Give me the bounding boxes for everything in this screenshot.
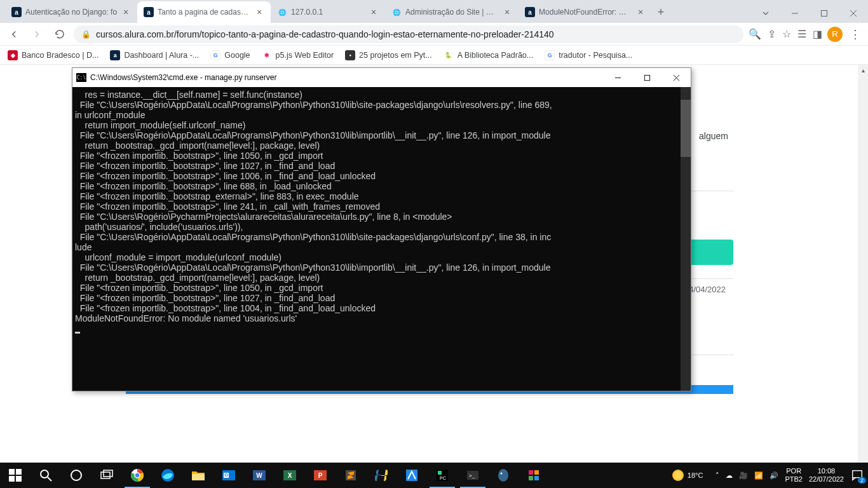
toolbar-actions: 🔍 ⇪ ☆ ☰ ◨ bbox=[749, 28, 822, 40]
onedrive-icon[interactable]: ☁ bbox=[726, 471, 733, 480]
tab-1[interactable]: a Tanto a pagina de cadastro q × bbox=[137, 1, 271, 23]
svg-text:P: P bbox=[318, 472, 323, 479]
svg-point-34 bbox=[498, 469, 508, 482]
chevron-up-icon[interactable]: ˄ bbox=[715, 471, 719, 480]
reload-button[interactable] bbox=[51, 25, 69, 43]
excel-icon[interactable]: X bbox=[275, 463, 305, 488]
bookmark-python-docs[interactable]: 🐍A Biblioteca Padrão... bbox=[444, 50, 534, 60]
svg-rect-11 bbox=[101, 472, 110, 478]
close-icon[interactable]: × bbox=[254, 7, 264, 17]
app-icon-2[interactable] bbox=[519, 463, 549, 488]
close-icon[interactable]: × bbox=[121, 7, 131, 17]
clock[interactable]: 10:08 22/07/2022 bbox=[809, 467, 844, 484]
outlook-icon[interactable]: O bbox=[214, 463, 244, 488]
cmd-scroll-thumb[interactable] bbox=[681, 100, 691, 157]
date-text: 22/07/2022 bbox=[809, 475, 844, 484]
scroll-up-icon[interactable]: ▴ bbox=[858, 65, 868, 75]
start-button[interactable] bbox=[0, 463, 31, 488]
svg-text:W: W bbox=[256, 472, 262, 479]
tab-0[interactable]: a Autenticação no Django: fo × bbox=[5, 1, 137, 23]
cmd-titlebar[interactable]: C:\ C:\Windows\System32\cmd.exe - manage… bbox=[72, 68, 691, 87]
maximize-icon[interactable] bbox=[632, 68, 661, 87]
svg-rect-12 bbox=[104, 470, 112, 477]
svg-line-9 bbox=[48, 477, 51, 481]
tab-title: ModuleNotFoundError: No m bbox=[539, 8, 632, 17]
maximize-icon[interactable] bbox=[810, 4, 839, 23]
close-icon[interactable] bbox=[839, 4, 868, 23]
cortana-button[interactable] bbox=[61, 463, 92, 488]
edge-taskbar-icon[interactable] bbox=[153, 463, 183, 488]
svg-text:PC: PC bbox=[440, 476, 446, 480]
powerpoint-icon[interactable]: P bbox=[305, 463, 336, 488]
tab-title: 127.0.0.1 bbox=[291, 8, 365, 17]
address-bar[interactable]: 🔒 cursos.alura.com.br/forum/topico-tanto… bbox=[74, 25, 743, 43]
minimize-icon[interactable] bbox=[603, 68, 632, 87]
cmd-title-text: C:\Windows\System32\cmd.exe - manage.py … bbox=[90, 73, 603, 82]
wifi-icon[interactable]: 📶 bbox=[754, 471, 763, 480]
zoom-icon[interactable]: 🔍 bbox=[749, 28, 761, 40]
bookmark-label: tradutor - Pesquisa... bbox=[559, 51, 632, 60]
svg-rect-36 bbox=[529, 470, 533, 475]
bookmark-label: 25 projetos em Pyt... bbox=[359, 51, 432, 60]
language-indicator[interactable]: POR PTB2 bbox=[785, 467, 803, 484]
tab-strip: a Autenticação no Django: fo × a Tanto a… bbox=[0, 1, 751, 23]
notification-center-icon[interactable]: 2 bbox=[850, 468, 864, 482]
side-panel-icon[interactable]: ◨ bbox=[813, 28, 822, 40]
python-icon[interactable] bbox=[366, 463, 397, 488]
bookmark-alura[interactable]: aDashboard | Alura -... bbox=[110, 50, 199, 60]
pycharm-icon[interactable]: PC bbox=[427, 463, 458, 488]
tab-2[interactable]: 🌐 127.0.0.1 × bbox=[271, 1, 385, 23]
close-icon[interactable]: × bbox=[369, 7, 379, 17]
bookmark-projects[interactable]: ▪25 projetos em Pyt... bbox=[345, 50, 432, 60]
svg-rect-4 bbox=[9, 469, 15, 475]
menu-icon[interactable]: ⋮ bbox=[848, 27, 863, 41]
svg-point-10 bbox=[71, 470, 81, 480]
sublime-icon[interactable] bbox=[336, 463, 366, 488]
cmd-output[interactable]: res = instance.__dict__[self.name] = sel… bbox=[72, 87, 691, 391]
svg-rect-6 bbox=[9, 476, 15, 482]
tab-4[interactable]: a ModuleNotFoundError: No m × bbox=[519, 1, 652, 23]
star-icon[interactable]: ☆ bbox=[782, 28, 791, 40]
close-icon[interactable]: × bbox=[635, 7, 646, 17]
tab-3[interactable]: 🌐 Administração do Site | Site d × bbox=[385, 1, 519, 23]
close-icon[interactable]: × bbox=[502, 7, 512, 17]
minimize-icon[interactable] bbox=[780, 4, 810, 23]
bookmark-label: Google bbox=[224, 51, 250, 60]
bookmark-p5js[interactable]: ✱p5.js Web Editor bbox=[262, 50, 334, 60]
new-tab-button[interactable]: + bbox=[652, 1, 670, 23]
cmd-window-controls bbox=[603, 68, 691, 87]
system-tray: 18°C ˄ ☁ 🎥 📶 🔊 POR PTB2 10:08 22/07/2022… bbox=[672, 467, 868, 484]
reading-list-icon[interactable]: ☰ bbox=[797, 28, 806, 40]
svg-point-35 bbox=[501, 473, 503, 475]
bookmark-bradesco[interactable]: ◆Banco Bradesco | D... bbox=[8, 50, 98, 60]
cmd-taskbar-icon[interactable]: >_ bbox=[458, 463, 488, 488]
back-button[interactable] bbox=[5, 25, 23, 43]
tab-favicon: a bbox=[11, 7, 22, 17]
volume-icon[interactable]: 🔊 bbox=[770, 471, 778, 480]
word-icon[interactable]: W bbox=[244, 463, 275, 488]
cmd-window[interactable]: C:\ C:\Windows\System32\cmd.exe - manage… bbox=[72, 67, 691, 391]
search-button[interactable] bbox=[31, 463, 61, 488]
close-icon[interactable] bbox=[661, 68, 691, 87]
chrome-taskbar-icon[interactable] bbox=[122, 463, 153, 488]
bookmark-label: Dashboard | Alura -... bbox=[124, 51, 199, 60]
page-scrollbar[interactable]: ▴ bbox=[858, 65, 868, 463]
svg-rect-37 bbox=[534, 470, 539, 475]
profile-avatar[interactable]: R bbox=[827, 27, 843, 42]
bookmark-translator[interactable]: Gtradutor - Pesquisa... bbox=[545, 50, 632, 60]
share-icon[interactable]: ⇪ bbox=[768, 28, 776, 40]
bookmark-google[interactable]: GGoogle bbox=[210, 50, 250, 60]
svg-rect-39 bbox=[534, 476, 539, 480]
tab-favicon: a bbox=[144, 7, 154, 17]
file-explorer-icon[interactable] bbox=[183, 463, 214, 488]
chevron-down-icon[interactable] bbox=[751, 4, 780, 23]
svg-rect-1 bbox=[822, 11, 827, 17]
task-view-button[interactable] bbox=[92, 463, 122, 488]
weather-widget[interactable]: 18°C bbox=[672, 470, 703, 481]
postgres-icon[interactable] bbox=[488, 463, 519, 488]
forward-button[interactable] bbox=[28, 25, 46, 43]
meet-now-icon[interactable]: 🎥 bbox=[739, 471, 748, 480]
bookmark-label: Banco Bradesco | D... bbox=[22, 51, 98, 60]
app-icon-1[interactable] bbox=[397, 463, 427, 488]
svg-point-8 bbox=[41, 470, 48, 478]
